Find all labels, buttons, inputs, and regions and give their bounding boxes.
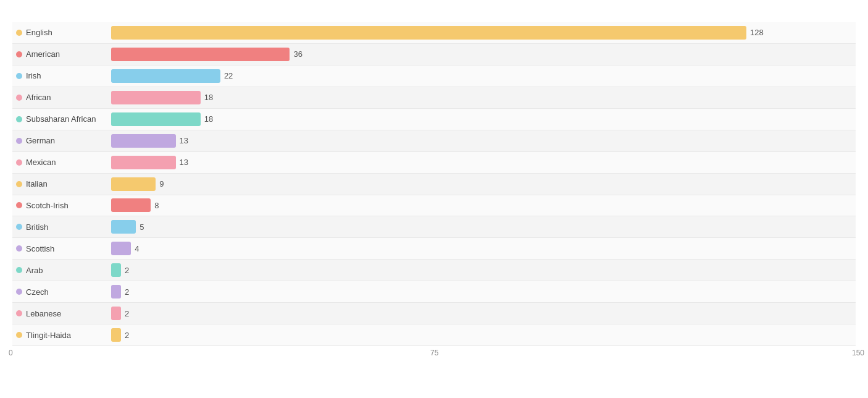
bar-value-label: 2 — [125, 266, 129, 275]
bar-area: 128 — [111, 22, 856, 43]
bar-row: Lebanese2 — [12, 303, 856, 324]
bar-row: Mexican13 — [12, 152, 856, 174]
bar-row: Italian9 — [12, 174, 856, 195]
bar-label: American — [12, 49, 111, 59]
bar-fill — [111, 198, 151, 212]
bar-label-text: Scotch-Irish — [26, 201, 69, 210]
bar-fill — [111, 328, 121, 342]
bar-row: English128 — [12, 22, 856, 44]
bar-label: Irish — [12, 71, 111, 80]
bar-value-label: 13 — [180, 136, 188, 145]
bar-dot — [16, 30, 22, 36]
bar-area: 8 — [111, 195, 856, 216]
bar-label: Subsaharan African — [12, 114, 111, 124]
bar-dot — [16, 332, 22, 338]
bar-label: Mexican — [12, 158, 111, 167]
bar-dot — [16, 51, 22, 57]
bar-dot — [16, 245, 22, 252]
bar-dot — [16, 181, 22, 187]
chart-container: English128American36Irish22African18Subs… — [0, 0, 868, 398]
bar-dot — [16, 95, 22, 101]
x-axis: 075150 — [12, 346, 856, 358]
bar-area: 4 — [111, 238, 856, 259]
bar-label: British — [12, 222, 111, 232]
bar-fill — [111, 285, 121, 298]
bar-area: 13 — [111, 130, 856, 151]
bar-value-label: 5 — [140, 222, 144, 232]
bar-area: 9 — [111, 174, 856, 195]
bar-dot — [16, 159, 22, 166]
bar-area: 2 — [111, 324, 856, 345]
bar-fill — [111, 112, 201, 126]
bar-label-text: Tlingit-Haida — [26, 331, 71, 340]
bar-value-label: 2 — [125, 309, 129, 318]
bar-area: 22 — [111, 66, 856, 87]
bar-area: 2 — [111, 260, 856, 281]
bar-area: 5 — [111, 216, 856, 237]
bar-row: Arab2 — [12, 260, 856, 281]
bar-label-text: Lebanese — [26, 309, 61, 318]
bar-area: 2 — [111, 303, 856, 324]
bar-dot — [16, 116, 22, 122]
bar-dot — [16, 267, 22, 273]
bar-label: Lebanese — [12, 309, 111, 318]
bar-label: Italian — [12, 179, 111, 188]
bar-fill — [111, 242, 131, 255]
bar-row: Tlingit-Haida2 — [12, 324, 856, 346]
bar-label-text: Subsaharan African — [26, 114, 96, 124]
bar-label: African — [12, 93, 111, 102]
bar-row: Czech2 — [12, 281, 856, 303]
bar-value-label: 36 — [293, 49, 302, 59]
bar-label: Scottish — [12, 244, 111, 253]
bar-label-text: Italian — [26, 179, 48, 188]
bar-label-text: Arab — [26, 266, 43, 275]
bar-dot — [16, 289, 22, 295]
bar-row: Scottish4 — [12, 238, 856, 260]
bar-row: African18 — [12, 87, 856, 109]
bar-value-label: 18 — [204, 114, 213, 124]
bar-label: English — [12, 28, 111, 37]
bar-value-label: 18 — [204, 93, 213, 102]
bar-label-text: African — [26, 93, 51, 102]
bar-label: German — [12, 136, 111, 145]
bar-fill — [111, 134, 176, 148]
bar-value-label: 4 — [135, 244, 139, 253]
bar-fill — [111, 26, 746, 40]
bar-area: 13 — [111, 152, 856, 173]
bar-fill — [111, 91, 201, 104]
bar-fill — [111, 263, 121, 277]
bar-fill — [111, 307, 121, 320]
bar-row: British5 — [12, 216, 856, 238]
bar-area: 18 — [111, 109, 856, 130]
bar-label: Tlingit-Haida — [12, 331, 111, 340]
bar-label-text: German — [26, 136, 55, 145]
bar-label-text: Czech — [26, 287, 49, 297]
bar-value-label: 13 — [180, 158, 188, 167]
bar-dot — [16, 138, 22, 144]
bar-row: Irish22 — [12, 66, 856, 87]
bar-fill — [111, 220, 136, 234]
bar-value-label: 128 — [750, 28, 764, 37]
bar-label-text: Irish — [26, 71, 41, 80]
bar-label-text: Scottish — [26, 244, 54, 253]
bar-label: Arab — [12, 266, 111, 275]
bar-label-text: British — [26, 222, 48, 232]
bar-dot — [16, 224, 22, 230]
bar-value-label: 2 — [125, 287, 129, 297]
bar-area: 2 — [111, 281, 856, 302]
bar-label: Czech — [12, 287, 111, 297]
bar-value-label: 9 — [159, 179, 164, 188]
bar-label-text: American — [26, 49, 60, 59]
bar-row: Subsaharan African18 — [12, 109, 856, 130]
bar-area: 36 — [111, 44, 856, 65]
chart-area: English128American36Irish22African18Subs… — [12, 22, 856, 346]
bar-label-text: English — [26, 28, 52, 37]
bar-dot — [16, 73, 22, 79]
bar-fill — [111, 177, 156, 191]
bar-dot — [16, 310, 22, 316]
bar-value-label: 22 — [224, 71, 233, 80]
bar-value-label: 8 — [154, 201, 159, 210]
x-axis-label: 75 — [430, 349, 438, 357]
bar-fill — [111, 69, 220, 83]
bar-area: 18 — [111, 87, 856, 108]
